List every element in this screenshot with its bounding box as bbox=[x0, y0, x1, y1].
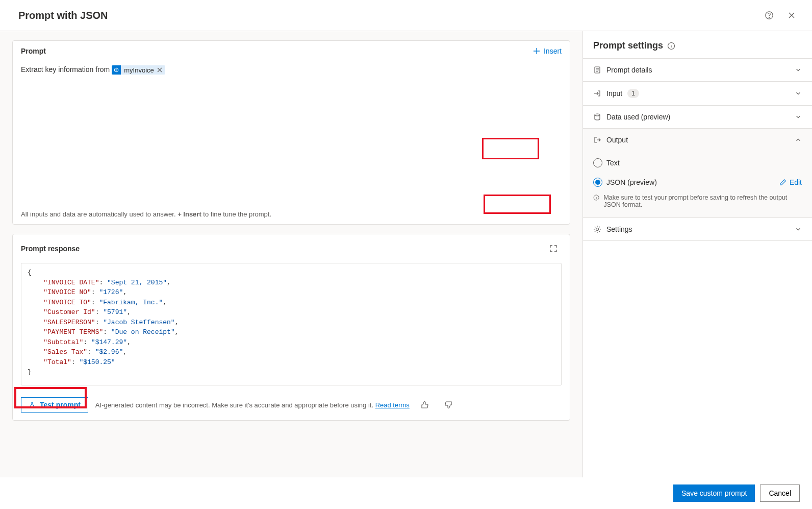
close-icon bbox=[788, 11, 796, 19]
help-icon bbox=[765, 11, 774, 20]
chevron-down-icon bbox=[795, 66, 802, 74]
flask-icon bbox=[29, 401, 36, 408]
svg-point-7 bbox=[596, 228, 599, 231]
details-icon bbox=[593, 66, 601, 74]
accordion-input[interactable]: Input 1 bbox=[583, 82, 812, 106]
chevron-down-icon bbox=[795, 113, 802, 120]
chip-remove[interactable] bbox=[157, 67, 162, 72]
input-count-badge: 1 bbox=[627, 89, 639, 98]
output-option-text[interactable]: Text bbox=[593, 153, 802, 173]
accordion-label: Output bbox=[606, 136, 628, 144]
accordion-label: Prompt details bbox=[606, 66, 652, 74]
output-icon bbox=[593, 136, 601, 144]
response-card: Prompt response { "INVOICE DATE": "Sept … bbox=[12, 234, 570, 421]
thumbs-up-button[interactable] bbox=[417, 397, 433, 413]
radio-unselected bbox=[593, 158, 602, 167]
input-chip[interactable]: myInvoice bbox=[112, 65, 165, 75]
response-json[interactable]: { "INVOICE DATE": "Sept 21, 2015", "INVO… bbox=[21, 263, 562, 385]
chip-icon bbox=[112, 65, 121, 75]
radio-label: Text bbox=[606, 159, 620, 167]
dialog-footer: Save custom prompt Cancel bbox=[0, 477, 812, 509]
prompt-text: Extract key information from bbox=[21, 65, 110, 74]
chip-label: myInvoice bbox=[124, 66, 154, 74]
thumbs-down-icon bbox=[444, 401, 452, 409]
left-pane: Prompt Insert Extract key information fr… bbox=[0, 31, 582, 484]
accordion-label: Input bbox=[606, 89, 622, 98]
plus-icon bbox=[532, 47, 541, 55]
accordion-prompt-details[interactable]: Prompt details bbox=[583, 59, 812, 82]
expand-icon bbox=[549, 245, 557, 253]
data-icon bbox=[593, 113, 601, 121]
chevron-down-icon bbox=[795, 90, 802, 97]
chevron-down-icon bbox=[795, 226, 802, 233]
test-prompt-button[interactable]: Test prompt bbox=[21, 397, 88, 413]
output-option-json[interactable]: JSON (preview) Edit bbox=[593, 173, 802, 192]
output-note: Make sure to test your prompt before sav… bbox=[593, 192, 802, 208]
prompt-card-title: Prompt bbox=[21, 47, 46, 55]
radio-selected bbox=[593, 178, 602, 187]
ai-disclaimer: AI-generated content may be incorrect. M… bbox=[95, 401, 410, 409]
accordion-label: Data used (preview) bbox=[606, 113, 670, 121]
dialog-title: Prompt with JSON bbox=[18, 10, 108, 21]
insert-button[interactable]: Insert bbox=[532, 47, 562, 55]
input-icon bbox=[593, 89, 601, 98]
cancel-button[interactable]: Cancel bbox=[760, 484, 800, 502]
accordion-data-used[interactable]: Data used (preview) bbox=[583, 106, 812, 129]
help-button[interactable] bbox=[761, 7, 777, 23]
thumbs-down-button[interactable] bbox=[440, 397, 456, 413]
edit-icon bbox=[779, 179, 786, 186]
expand-button[interactable] bbox=[545, 240, 562, 257]
prompt-card: Prompt Insert Extract key information fr… bbox=[12, 40, 570, 225]
response-card-title: Prompt response bbox=[21, 245, 80, 253]
close-button[interactable] bbox=[783, 7, 800, 23]
accordion-output[interactable]: Output Text JSON (preview) bbox=[583, 129, 812, 218]
gear-icon bbox=[593, 225, 601, 233]
insert-label: Insert bbox=[544, 47, 562, 55]
read-terms-link[interactable]: Read terms bbox=[375, 401, 410, 409]
prompt-footer: All inputs and data are automatically us… bbox=[13, 204, 570, 224]
save-button[interactable]: Save custom prompt bbox=[673, 484, 755, 502]
accordion-label: Settings bbox=[606, 225, 632, 233]
svg-point-1 bbox=[769, 17, 769, 18]
settings-title: Prompt settings bbox=[593, 40, 663, 51]
settings-panel: Prompt settings Prompt details Input 1 bbox=[582, 31, 812, 484]
edit-json-link[interactable]: Edit bbox=[779, 178, 802, 186]
info-icon bbox=[593, 194, 599, 201]
prompt-editor[interactable]: Extract key information from myInvoice bbox=[13, 61, 570, 204]
chevron-up-icon bbox=[795, 136, 802, 143]
accordion-settings[interactable]: Settings bbox=[583, 218, 812, 241]
test-prompt-label: Test prompt bbox=[40, 401, 81, 409]
radio-label: JSON (preview) bbox=[606, 178, 657, 186]
info-icon[interactable] bbox=[667, 42, 675, 50]
thumbs-up-icon bbox=[421, 401, 429, 409]
dialog-header: Prompt with JSON bbox=[0, 0, 812, 31]
svg-point-5 bbox=[595, 114, 600, 116]
